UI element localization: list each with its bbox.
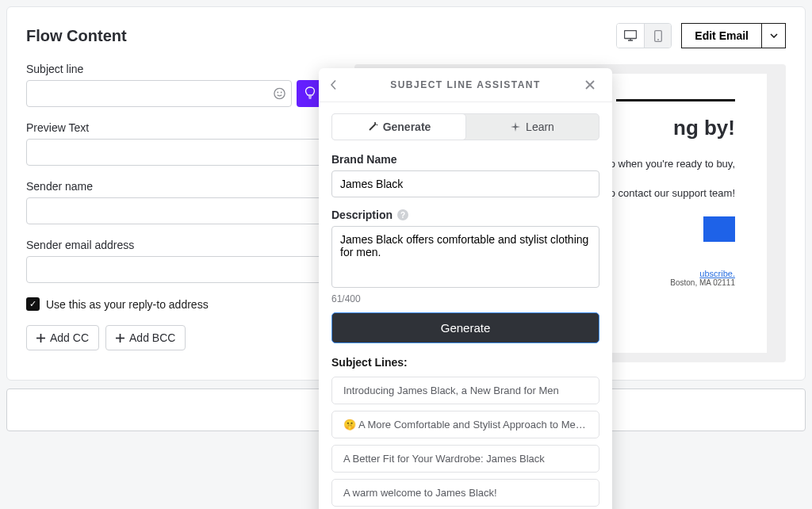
preview-cta-button xyxy=(703,216,735,242)
sender-email-input[interactable] xyxy=(26,256,324,283)
preview-text-field-group: Preview Text xyxy=(26,121,324,166)
add-bcc-label: Add BCC xyxy=(129,331,175,344)
lightbulb-icon xyxy=(304,86,316,101)
desktop-icon xyxy=(624,30,637,41)
desktop-view-button[interactable] xyxy=(617,24,644,48)
header-row: Flow Content Edit Email xyxy=(26,23,786,48)
sparkle-icon xyxy=(510,121,521,132)
brand-name-label-text: Brand Name xyxy=(331,153,396,166)
header-actions: Edit Email xyxy=(616,23,786,48)
svg-point-4 xyxy=(657,39,659,40)
plus-icon xyxy=(116,334,124,343)
generate-button[interactable]: Generate xyxy=(331,312,599,343)
sender-name-field-group: Sender name xyxy=(26,180,324,224)
svg-point-7 xyxy=(281,92,282,94)
add-bcc-button[interactable]: Add BCC xyxy=(105,325,186,350)
smiley-icon xyxy=(274,88,285,100)
svg-point-6 xyxy=(277,92,278,94)
edit-email-dropdown[interactable] xyxy=(762,23,786,48)
edit-email-button[interactable]: Edit Email xyxy=(681,23,762,48)
chevron-down-icon xyxy=(770,33,778,38)
description-input[interactable] xyxy=(331,226,599,288)
brand-name-label: Brand Name xyxy=(331,153,599,166)
reply-to-label: Use this as your reply-to address xyxy=(46,298,209,311)
page-title: Flow Content xyxy=(26,27,127,45)
description-label-text: Description xyxy=(331,209,393,221)
chevron-left-icon xyxy=(330,80,336,90)
help-icon[interactable]: ? xyxy=(397,209,408,220)
description-char-count: 61/400 xyxy=(331,293,599,304)
popover-close-button[interactable] xyxy=(585,80,601,90)
mobile-icon xyxy=(654,30,662,42)
sender-email-field-group: Sender email address xyxy=(26,239,324,283)
popover-body: Generate Learn Brand Name Description ? … xyxy=(319,102,612,509)
preview-text-label: Preview Text xyxy=(26,121,324,134)
plus-icon xyxy=(36,334,45,343)
subject-label: Subject line xyxy=(26,63,324,75)
suggestion-item[interactable]: A warm welcome to James Black! xyxy=(331,479,599,507)
suggestion-item[interactable]: A Better Fit for Your Wardrobe: James Bl… xyxy=(331,445,599,473)
tab-learn[interactable]: Learn xyxy=(465,114,599,140)
add-recipients-row: Add CC Add BCC xyxy=(26,325,324,350)
wand-icon xyxy=(367,121,378,132)
svg-rect-0 xyxy=(625,31,637,39)
brand-name-input[interactable] xyxy=(331,170,599,197)
view-toggle xyxy=(616,23,672,48)
subject-input[interactable] xyxy=(26,80,292,107)
add-cc-button[interactable]: Add CC xyxy=(26,325,99,350)
popover-back-button[interactable] xyxy=(330,80,346,90)
sender-email-label: Sender email address xyxy=(26,239,324,251)
preview-text-input[interactable] xyxy=(26,139,324,166)
sender-name-input[interactable] xyxy=(26,197,324,224)
preview-divider xyxy=(616,99,735,101)
suggestion-item[interactable]: Introducing James Black, a New Brand for… xyxy=(331,377,599,404)
subject-field-group: Subject line xyxy=(26,63,324,107)
tab-generate-label: Generate xyxy=(383,121,431,133)
results-label: Subject Lines: xyxy=(331,356,599,369)
tab-learn-label: Learn xyxy=(526,121,554,133)
svg-point-18 xyxy=(376,124,377,126)
add-cc-label: Add CC xyxy=(50,331,89,344)
description-label: Description ? xyxy=(331,209,599,221)
svg-point-5 xyxy=(274,88,285,98)
form-area: Subject line Preview Text Sender name xyxy=(26,63,324,350)
mobile-view-button[interactable] xyxy=(644,24,671,48)
reply-to-checkbox[interactable]: ✓ xyxy=(26,297,40,311)
svg-line-16 xyxy=(370,124,376,130)
edit-email-group: Edit Email xyxy=(681,23,786,48)
popover-header: SUBJECT LINE ASSISTANT xyxy=(319,68,612,102)
subject-line-assistant-popover: SUBJECT LINE ASSISTANT Generate Learn Br… xyxy=(319,68,612,509)
close-icon xyxy=(585,80,595,90)
suggestion-item[interactable]: 🤫 A More Comfortable and Stylist Approac… xyxy=(331,411,599,438)
popover-tabs: Generate Learn xyxy=(331,113,599,140)
tab-generate[interactable]: Generate xyxy=(332,114,465,140)
svg-point-17 xyxy=(374,122,376,124)
emoji-picker-button[interactable] xyxy=(274,88,285,100)
reply-to-checkbox-row[interactable]: ✓ Use this as your reply-to address xyxy=(26,297,324,311)
sender-name-label: Sender name xyxy=(26,180,324,193)
popover-title: SUBJECT LINE ASSISTANT xyxy=(390,79,541,90)
